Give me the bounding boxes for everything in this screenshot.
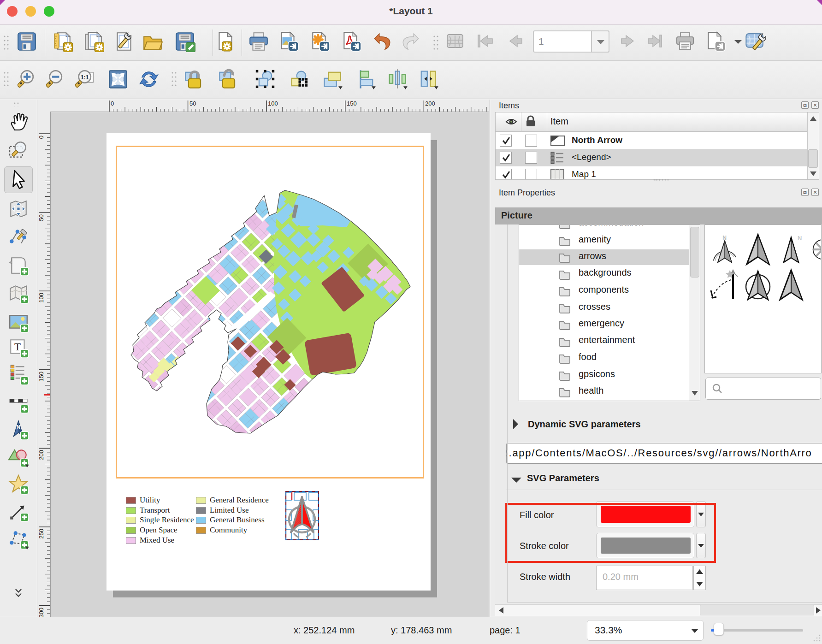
svg-text:100: 100 [38,293,45,303]
svg-text:1:1: 1:1 [81,74,89,81]
svg-text:0: 0 [38,136,45,139]
svg-text:150: 150 [347,100,357,107]
svg-text:N: N [17,424,20,430]
svg-text:100: 100 [268,100,278,107]
svg-text:250: 250 [38,529,45,539]
svg-text:200: 200 [425,100,435,107]
svg-text:200: 200 [38,450,45,460]
svg-text:T: T [14,341,21,353]
svg-text:300: 300 [38,608,45,617]
svg-text:50: 50 [38,214,45,221]
svg-text:N: N [798,235,802,242]
svg-text:50: 50 [189,100,196,107]
svg-text:0: 0 [111,100,114,107]
svg-text:150: 150 [38,372,45,382]
